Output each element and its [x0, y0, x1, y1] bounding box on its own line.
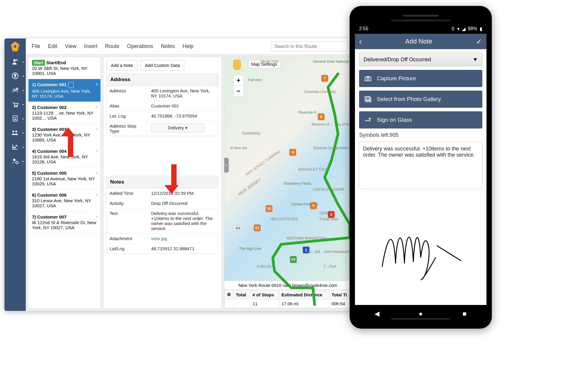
phone-speaker — [391, 20, 450, 21]
route-search-input[interactable] — [271, 41, 348, 52]
map-pin-7[interactable]: 7 — [321, 75, 328, 81]
gallery-button[interactable]: Select from Photo Gallery — [359, 91, 482, 108]
stop-6[interactable]: 6) Customer 006 310 Lenox Ave, New York,… — [28, 189, 100, 211]
map-pin-se[interactable]: S/E — [290, 256, 297, 263]
menu-file[interactable]: File — [32, 43, 40, 49]
close-icon[interactable]: × — [96, 214, 98, 219]
zoom-in-button[interactable]: + — [233, 75, 244, 86]
attachment-ext[interactable]: jpg — [161, 236, 167, 241]
svg-point-13 — [367, 78, 369, 80]
stop-7-title: 7) Customer 007 — [32, 214, 97, 219]
map-pin-1[interactable]: 1 — [303, 247, 309, 253]
close-icon[interactable]: × — [96, 192, 98, 197]
zoom-controls: + − — [233, 75, 244, 97]
stop-start[interactable]: StartStart/End 20 W 34th St, New York, N… — [28, 57, 100, 79]
stop-7[interactable]: 7) Customer 007 W 122nd St & Riverside D… — [28, 211, 100, 233]
back-icon[interactable]: ‹ — [359, 37, 362, 46]
nav-recent-icon[interactable]: ■ — [459, 310, 470, 318]
stop-4-addr: 1619 3rd Ave, New York, NY 10128, USA — [32, 154, 97, 164]
value: Customer 001 — [148, 101, 218, 111]
label: Alias — [107, 101, 148, 111]
close-icon[interactable]: × — [96, 82, 98, 87]
svg-point-7 — [15, 117, 16, 118]
sidebar-team-icon[interactable]: ▸ — [4, 126, 26, 140]
sidebar-cart-icon[interactable]: ▸ — [4, 97, 26, 111]
confirm-icon[interactable]: ✓ — [476, 37, 482, 46]
sidebar-routes-icon[interactable]: ▸ — [4, 83, 26, 97]
dropdown-value: Delivered/Drop Off Occurred — [364, 57, 431, 63]
road-shield-495: 495 — [233, 226, 243, 231]
sidebar-addressbook-icon[interactable]: ▸ — [4, 111, 26, 126]
panel-collapse-handle[interactable]: « — [224, 158, 229, 173]
menu-operations[interactable]: Operations — [127, 43, 153, 49]
label: Text — [107, 208, 148, 233]
status-bar: 2:55 ⚲ ▾ ◢ 98% ▮ — [355, 24, 486, 34]
stop-2[interactable]: 2) Customer 002 1123-1129 …ve, New York,… — [28, 102, 100, 124]
add-custom-data-button[interactable]: Add Custom Data — [140, 60, 184, 70]
close-icon[interactable]: × — [96, 171, 98, 175]
map-pin-10[interactable]: 10 — [266, 205, 272, 212]
stops-panel[interactable]: StartStart/End 20 W 34th St, New York, N… — [28, 57, 101, 309]
map-pin-9[interactable]: 9 — [289, 149, 296, 155]
nav-back-icon[interactable]: ◀ — [371, 310, 383, 318]
capture-label: Capture Picture — [377, 75, 416, 82]
menu-edit[interactable]: Edit — [48, 43, 57, 49]
attachment-view-link[interactable]: view — [151, 236, 160, 241]
close-icon[interactable]: × — [96, 149, 98, 153]
android-nav-bar: ◀ ● ■ — [355, 305, 486, 323]
stop-type-dropdown[interactable]: Delivery ▾ — [151, 123, 204, 132]
stop-3[interactable]: 3) Customer 003 1230 York Ave, New York,… — [28, 124, 100, 146]
add-note-button[interactable]: Add a Note — [106, 60, 137, 70]
svg-point-0 — [14, 45, 16, 48]
close-icon[interactable]: × — [96, 105, 98, 110]
signature-icon — [364, 117, 372, 123]
close-icon[interactable]: × — [96, 127, 98, 131]
map-settings-button[interactable]: Map Settings — [248, 60, 281, 68]
zoom-out-button[interactable]: − — [233, 86, 244, 97]
sidebar-analytics-icon[interactable]: ▸ — [4, 140, 26, 154]
map-pin-2[interactable]: 2 — [328, 211, 334, 218]
value: 405 Lexington Ave, New York, NY 10174, U… — [148, 86, 218, 101]
nav-home-icon[interactable]: ● — [415, 310, 427, 318]
sidebar-add-user-icon[interactable]: ▸ — [4, 54, 26, 69]
map-pin-11[interactable]: 11 — [254, 224, 260, 231]
menu-view[interactable]: View — [65, 43, 76, 49]
menu-notes[interactable]: Notes — [161, 43, 175, 49]
capture-picture-button[interactable]: Capture Picture — [359, 70, 482, 87]
status-dropdown[interactable]: Delivered/Drop Off Occurred ▼ — [359, 53, 482, 66]
menu-insert[interactable]: Insert — [84, 43, 97, 49]
label: Lat, Lng — [107, 111, 148, 121]
sign-button[interactable]: Sign on Glass — [359, 111, 482, 128]
svg-point-4 — [15, 106, 15, 107]
stop-4[interactable]: 4) Customer 004 1619 3rd Ave, New York, … — [28, 146, 100, 168]
notes-header: Notes — [107, 176, 218, 188]
stop-5[interactable]: 5) Customer 005 2180 1st Avenue, New Yor… — [28, 168, 100, 189]
start-addr: 20 W 34th St, New York, NY 10001, USA — [32, 66, 97, 76]
phone-screen: 2:55 ⚲ ▾ ◢ 98% ▮ ‹ Add Note ✓ Delivered/… — [355, 24, 486, 323]
desktop-app: ▸ ?▸ ▸ ▸ ▸ ▸ ▸ ▸ File Edit View Insert R… — [4, 38, 354, 311]
pegman-icon[interactable] — [233, 60, 241, 70]
map-canvas[interactable]: « Map Settings + − …liffside Park Genera… — [224, 57, 351, 281]
sidebar-user-settings-icon[interactable]: ▸ — [4, 154, 26, 168]
menu-route[interactable]: Route — [105, 43, 119, 49]
svg-point-1 — [13, 59, 16, 62]
map-pin-5[interactable]: 5 — [310, 202, 317, 209]
map-pin-8[interactable]: 8 — [318, 113, 324, 120]
signature-area[interactable] — [359, 193, 482, 301]
value: Delivery was successful. +10items to the… — [148, 208, 218, 233]
menu-help[interactable]: Help — [183, 43, 193, 49]
map-panel: « Map Settings + − …liffside Park Genera… — [224, 57, 352, 309]
sidebar-help-icon[interactable]: ?▸ — [4, 69, 26, 83]
svg-point-10 — [13, 159, 15, 161]
stop-1[interactable]: 1) Customer 001 405 Lexington Ave, New Y… — [28, 79, 100, 102]
label: Lat/Lng — [107, 244, 148, 253]
note-textarea[interactable]: Delivery was successful. +10items to the… — [359, 142, 482, 189]
app-logo — [4, 38, 26, 54]
header-title: Add Note — [362, 38, 476, 45]
phone-earpiece — [403, 15, 438, 17]
svg-text:?: ? — [14, 73, 17, 78]
battery-percent: 98% — [468, 26, 477, 31]
symbols-left: Symbols left:905 — [359, 132, 482, 138]
shield-icon — [68, 82, 74, 88]
start-title: Start/End — [46, 60, 66, 65]
